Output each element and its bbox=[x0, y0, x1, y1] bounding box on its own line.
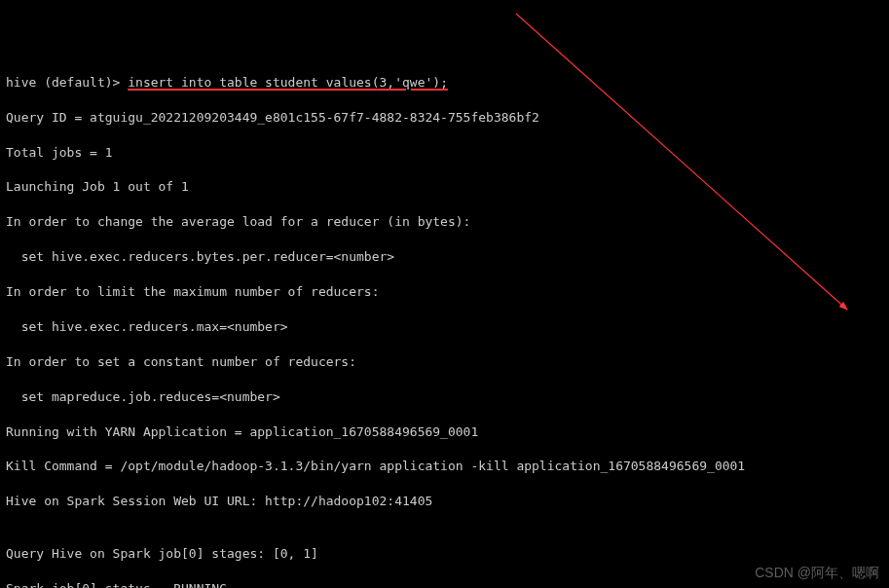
terminal-line: Total jobs = 1 bbox=[6, 144, 883, 162]
terminal-line: Hive on Spark Session Web UI URL: http:/… bbox=[6, 493, 883, 510]
terminal-line: In order to set a constant number of red… bbox=[6, 353, 883, 371]
terminal-line: set hive.exec.reducers.bytes.per.reducer… bbox=[6, 248, 883, 266]
watermark: CSDN @阿年、嗯啊 bbox=[755, 564, 879, 582]
terminal-line: set hive.exec.reducers.max=<number> bbox=[6, 318, 883, 336]
terminal-line: Launching Job 1 out of 1 bbox=[6, 178, 883, 196]
terminal-line: Query Hive on Spark job[0] stages: [0, 1… bbox=[6, 545, 883, 563]
sql-command: insert into table student values(3,'qwe'… bbox=[128, 75, 448, 90]
terminal-line: Query ID = atguigu_20221209203449_e801c1… bbox=[6, 109, 883, 127]
terminal-line: In order to change the average load for … bbox=[6, 213, 883, 231]
terminal-line: Kill Command = /opt/module/hadoop-3.1.3/… bbox=[6, 458, 883, 475]
terminal-line: set mapreduce.job.reduces=<number> bbox=[6, 388, 883, 406]
hive-prompt: hive (default)> bbox=[6, 75, 128, 90]
svg-line-1 bbox=[516, 14, 847, 310]
terminal-line: Spark job[0] status = RUNNING bbox=[6, 580, 883, 588]
terminal-line: In order to limit the maximum number of … bbox=[6, 283, 883, 301]
terminal-line: hive (default)> insert into table studen… bbox=[6, 74, 883, 92]
terminal-line: Running with YARN Application = applicat… bbox=[6, 423, 883, 441]
